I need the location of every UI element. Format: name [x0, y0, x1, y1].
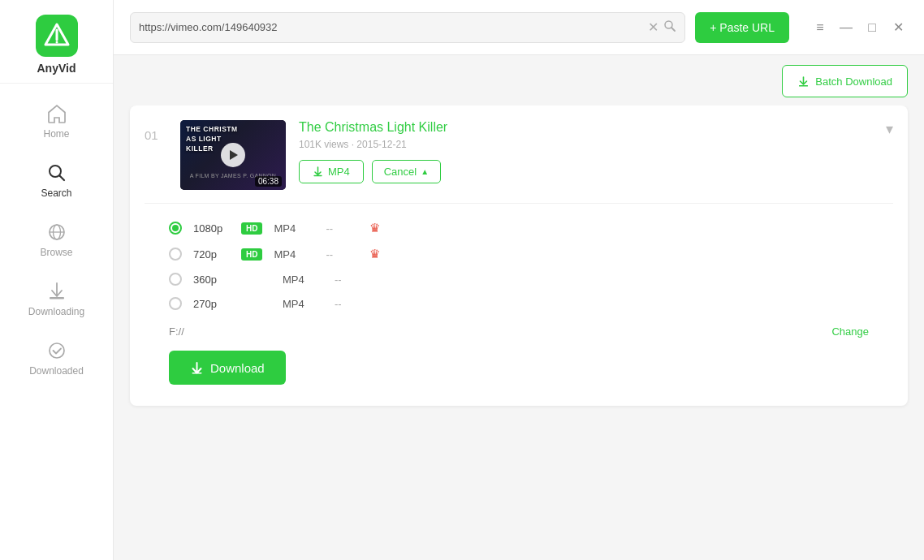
url-input-wrap: ✕ — [130, 12, 685, 43]
quality-label-720p: 720p — [193, 248, 230, 261]
sidebar-item-browse[interactable]: Browse — [0, 210, 113, 269]
window-controls: ≡ — □ ✕ — [810, 18, 908, 37]
svg-point-2 — [55, 41, 58, 44]
radio-270p[interactable] — [169, 297, 182, 310]
video-info: The Christmas Light Killer 101K views · … — [299, 120, 873, 183]
nav-items: Home Search Browse Downloading — [0, 84, 113, 388]
sidebar-item-search[interactable]: Search — [0, 151, 113, 210]
hd-badge-720p: HD — [241, 248, 262, 261]
video-card: 01 THE CHRISTMAS LIGHTKILLER A FILM BY J… — [130, 106, 908, 406]
quality-row-720p[interactable]: 720p HD MP4 -- ♛ — [145, 241, 893, 267]
search-icon — [46, 162, 67, 183]
video-play-button[interactable] — [221, 143, 245, 167]
home-icon — [46, 103, 67, 124]
premium-icon-720p: ♛ — [369, 247, 380, 261]
mp4-button[interactable]: MP4 — [299, 160, 364, 183]
video-header: 01 THE CHRISTMAS LIGHTKILLER A FILM BY J… — [145, 120, 893, 190]
svg-rect-12 — [799, 85, 808, 87]
quality-format-720p: MP4 — [274, 248, 314, 261]
browse-icon — [46, 222, 67, 243]
svg-rect-8 — [50, 297, 64, 299]
downloaded-icon — [46, 340, 67, 361]
radio-720p[interactable] — [169, 248, 182, 261]
menu-button[interactable]: ≡ — [810, 18, 830, 37]
sidebar-item-label-search: Search — [41, 187, 71, 199]
sidebar-item-label-browse: Browse — [40, 247, 72, 258]
quality-size-270p: -- — [335, 298, 367, 310]
quality-row-360p[interactable]: 360p MP4 -- — [145, 267, 893, 291]
paste-url-button[interactable]: + Paste URL — [695, 12, 789, 43]
quality-size-1080p: -- — [326, 222, 358, 235]
quality-format-360p: MP4 — [283, 274, 323, 286]
radio-360p[interactable] — [169, 273, 182, 286]
quality-format-1080p: MP4 — [274, 222, 314, 235]
video-thumbnail: THE CHRISTMAS LIGHTKILLER A FILM BY JAME… — [180, 120, 286, 190]
url-input[interactable] — [139, 21, 643, 33]
sidebar-item-label-downloaded: Downloaded — [29, 365, 84, 377]
svg-point-9 — [50, 343, 64, 358]
app-logo-icon — [36, 15, 78, 57]
download-button-icon — [190, 361, 204, 375]
video-number: 01 — [145, 120, 167, 142]
quality-section: 1080p HD MP4 -- ♛ 720p HD MP4 -- ♛ — [145, 203, 893, 390]
quality-label-270p: 270p — [193, 298, 230, 310]
sidebar-item-downloaded[interactable]: Downloaded — [0, 329, 113, 388]
svg-rect-14 — [192, 373, 202, 374]
download-button-label: Download — [210, 361, 265, 375]
url-clear-icon[interactable]: ✕ — [648, 21, 658, 34]
download-button[interactable]: Download — [169, 351, 286, 385]
downloading-icon — [46, 281, 67, 302]
cancel-button[interactable]: Cancel ▲ — [372, 160, 441, 183]
mp4-download-icon — [313, 166, 323, 177]
change-path-link[interactable]: Change — [831, 325, 869, 338]
batch-download-icon — [797, 75, 810, 88]
quality-size-360p: -- — [335, 274, 367, 286]
expand-icon[interactable]: ▾ — [886, 120, 893, 138]
video-title: The Christmas Light Killer — [299, 120, 873, 135]
sidebar-item-label-home: Home — [43, 128, 69, 140]
sidebar-item-downloading[interactable]: Downloading — [0, 269, 113, 329]
quality-label-360p: 360p — [193, 274, 230, 286]
mp4-button-label: MP4 — [328, 166, 350, 178]
premium-icon-1080p: ♛ — [369, 221, 380, 235]
video-meta: 101K views · 2015-12-21 — [299, 139, 873, 150]
download-btn-wrap: Download — [145, 347, 893, 390]
video-actions: MP4 Cancel ▲ — [299, 160, 873, 183]
video-title-highlight: Christmas Light Killer — [325, 120, 447, 134]
sidebar-item-label-downloading: Downloading — [28, 306, 84, 317]
video-duration: 06:38 — [255, 176, 282, 187]
batch-download-label: Batch Download — [815, 75, 892, 88]
app-name: AnyVid — [37, 62, 76, 75]
url-search-icon — [663, 19, 676, 36]
quality-format-270p: MP4 — [283, 298, 323, 310]
svg-line-11 — [671, 28, 675, 31]
quality-label-1080p: 1080p — [193, 222, 230, 235]
batch-row: Batch Download — [114, 55, 924, 106]
cancel-button-label: Cancel — [384, 166, 417, 178]
content-area: 01 THE CHRISTMAS LIGHTKILLER A FILM BY J… — [114, 106, 924, 560]
svg-line-4 — [59, 176, 64, 181]
video-title-start: The — [299, 120, 325, 134]
quality-row-270p[interactable]: 270p MP4 -- — [145, 291, 893, 316]
maximize-button[interactable]: □ — [862, 18, 882, 37]
topbar: ✕ + Paste URL ≡ — □ ✕ — [114, 0, 924, 55]
hd-badge-1080p: HD — [241, 222, 262, 235]
quality-size-720p: -- — [326, 248, 358, 261]
path-row: F:// Change — [145, 316, 893, 347]
download-path: F:// — [169, 325, 823, 338]
quality-row-1080p[interactable]: 1080p HD MP4 -- ♛ — [145, 215, 893, 241]
logo-area: AnyVid — [0, 0, 113, 84]
minimize-button[interactable]: — — [836, 18, 856, 37]
close-button[interactable]: ✕ — [888, 18, 908, 37]
chevron-up-icon: ▲ — [421, 167, 429, 176]
batch-download-button[interactable]: Batch Download — [782, 65, 908, 97]
sidebar: AnyVid Home Search Browse — [0, 0, 114, 560]
main-area: ✕ + Paste URL ≡ — □ ✕ Batch Download — [114, 0, 924, 560]
sidebar-item-home[interactable]: Home — [0, 92, 113, 151]
radio-inner-1080p — [172, 225, 179, 231]
radio-1080p[interactable] — [169, 222, 182, 235]
